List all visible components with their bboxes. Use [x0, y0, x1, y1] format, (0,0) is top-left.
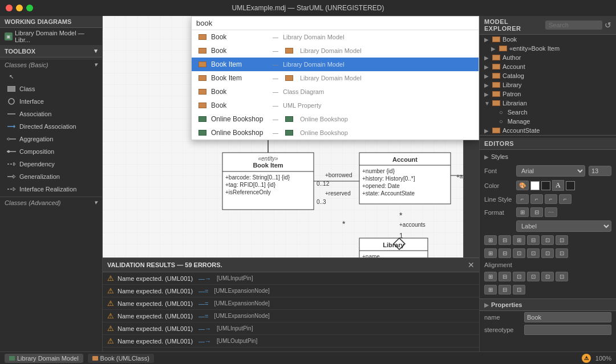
format-select[interactable]: Label	[516, 220, 611, 232]
warning-badge: ⚠	[582, 354, 591, 363]
traffic-lights	[6, 5, 33, 11]
tree-item-book[interactable]: ▶ Book	[480, 35, 616, 44]
align-btn-20[interactable]: ⊟	[499, 285, 511, 295]
styles-toggle[interactable]: ▶	[484, 154, 489, 160]
align-btn-18[interactable]: ⊡	[556, 272, 568, 281]
align-btn-9[interactable]: ⊡	[513, 248, 525, 258]
svg-text:+history: History[0..*]: +history: History[0..*]	[362, 175, 415, 182]
svg-marker-8	[7, 150, 10, 153]
align-btn-21[interactable]: ⊡	[513, 285, 525, 295]
align-btn-7[interactable]: ⊞	[484, 248, 497, 258]
tree-item-librarian[interactable]: ▼ Librarian	[480, 99, 616, 108]
line-style-straight[interactable]: ⌐	[516, 194, 529, 204]
align-btn-1[interactable]: ⊞	[484, 235, 497, 245]
status-tab-diagram[interactable]: Library Domain Model	[5, 354, 83, 363]
model-explorer-search-input[interactable]	[545, 21, 602, 30]
align-btn-4[interactable]: ⊟	[527, 235, 540, 245]
format-btn-2[interactable]: ⊟	[530, 207, 543, 217]
align-btn-8[interactable]: ⊟	[499, 248, 511, 258]
status-tab-element[interactable]: Book (UMLClass)	[88, 354, 154, 363]
toolbox-association[interactable]: Association	[0, 108, 102, 120]
search-result-online-1[interactable]: Online Bookshop — Online Bookshop	[192, 112, 479, 126]
search-result-bookitem-1[interactable]: Book Item — Library Domain Model	[192, 58, 479, 71]
me-refresh-btn[interactable]: ↺	[605, 21, 611, 30]
properties-toggle[interactable]: ▶	[484, 302, 489, 308]
align-btn-2[interactable]: ⊟	[499, 235, 511, 245]
tree-item-library[interactable]: ▶ Library	[480, 80, 616, 89]
tree-icon-account	[492, 64, 500, 69]
align-btn-10[interactable]: ⊡	[527, 248, 540, 258]
validation-item-5: ⚠ Name expected. (UML001) —→ [UMLOutputP…	[103, 335, 479, 347]
align-btn-19[interactable]: ⊞	[484, 285, 497, 295]
model-explorer-search: ↺	[545, 21, 611, 30]
toolbox-generalization[interactable]: Generalization	[0, 170, 102, 183]
format-btn-3[interactable]: ⋯	[545, 207, 557, 217]
toolbox-directed-association[interactable]: Directed Association	[0, 120, 102, 133]
format-btn-1[interactable]: ⊞	[516, 207, 529, 217]
search-result-bookitem-2[interactable]: Book Item — Library Domain Model	[192, 71, 479, 85]
toolbox-composition[interactable]: Composition	[0, 145, 102, 158]
tree-item-search[interactable]: ○ Search	[480, 108, 616, 117]
align-btn-16[interactable]: ⊡	[527, 272, 540, 281]
align-btn-17[interactable]: ⊡	[541, 272, 554, 281]
toolbox-interface[interactable]: Interface	[0, 95, 102, 108]
align-btn-3[interactable]: ⊞	[513, 235, 525, 245]
toolbox-aggregation[interactable]: Aggregation	[0, 133, 102, 145]
tree-item-manage[interactable]: ○ Manage	[480, 117, 616, 126]
diagram-item-library[interactable]: ▣ Library Domain Model — Libr...	[0, 28, 102, 45]
toolbox-cursor[interactable]: ↖	[0, 70, 102, 83]
search-result-book-2[interactable]: Book — Library Domain Model	[192, 44, 479, 58]
styles-row: ▶ Styles	[484, 152, 611, 161]
status-bar: Library Domain Model Book (UMLClass) ⚠ 1…	[0, 351, 616, 364]
tree-item-catalog[interactable]: ▶ Catalog	[480, 71, 616, 80]
search-result-book-classdiagram[interactable]: Book — Class Diagram	[192, 85, 479, 99]
font-color-swatch[interactable]	[566, 181, 575, 190]
font-color-a-btn[interactable]: A	[552, 180, 564, 191]
line-style-curved[interactable]: ⌐	[530, 194, 543, 204]
color-picker-btn[interactable]: 🎨	[516, 181, 529, 190]
model-explorer-header: MODEL EXPLORER ↺	[480, 16, 616, 35]
search-result-book-umlprop[interactable]: Book — UML Property	[192, 99, 479, 112]
fill-color-swatch[interactable]	[530, 181, 540, 190]
align-btn-11[interactable]: ⊡	[541, 248, 554, 258]
maximize-button[interactable]	[26, 5, 33, 11]
status-right: ⚠ 100%	[582, 354, 611, 363]
svg-text:+accounts: +accounts	[399, 222, 425, 228]
canvas[interactable]: Book +ISBN: String[0..1] {id} +title: St…	[103, 16, 479, 257]
toolbox-interface-realization[interactable]: Interface Realization	[0, 183, 102, 195]
align-btn-13[interactable]: ⊞	[484, 272, 497, 281]
search-result-book-1[interactable]: Book — Library Domain Model	[192, 30, 479, 44]
font-select[interactable]: Arial	[516, 165, 585, 177]
search-result-online-2[interactable]: Online Bookshop — Online Bookshop	[192, 126, 479, 140]
close-button[interactable]	[6, 5, 13, 11]
prop-name-input[interactable]	[524, 312, 611, 322]
toolbox-dependency[interactable]: Dependency	[0, 158, 102, 170]
svg-text:«entity»: «entity»	[258, 156, 278, 162]
font-size-input[interactable]	[589, 166, 611, 176]
minimize-button[interactable]	[16, 5, 23, 11]
warn-icon-5: ⚠	[107, 337, 114, 345]
toolbox-class[interactable]: Class	[0, 83, 102, 95]
working-diagrams-label: WORKING DIAGRAMS	[0, 16, 102, 28]
tree-item-account[interactable]: ▶ Account	[480, 62, 616, 71]
align-btn-12[interactable]: ⊡	[556, 248, 568, 258]
align-btn-5[interactable]: ⊡	[541, 235, 554, 245]
validation-close-btn[interactable]: ✕	[468, 260, 475, 269]
validation-list: ⚠ Name expected. (UML001) —→ [UMLInputPi…	[103, 272, 479, 347]
tree-item-bookitem[interactable]: ▶ «entity»Book Item	[480, 44, 616, 53]
tree-item-author[interactable]: ▶ Author	[480, 53, 616, 62]
search-input[interactable]	[196, 19, 474, 27]
svg-marker-6	[7, 138, 10, 140]
prop-stereotype-input[interactable]	[524, 325, 611, 335]
line-style-step[interactable]: ⌐	[545, 194, 557, 204]
align-btn-15[interactable]: ⊡	[513, 272, 525, 281]
align-btn-14[interactable]: ⊟	[499, 272, 511, 281]
tree-item-accountstate[interactable]: ▶ AccountState	[480, 126, 616, 135]
align-btn-6[interactable]: ⊡	[556, 235, 568, 245]
color-controls: 🎨 A	[516, 180, 575, 191]
validation-item-3: ⚠ Name expected. (UML001) —= [UMLExpansi…	[103, 310, 479, 322]
svg-marker-12	[13, 175, 15, 178]
line-style-tree[interactable]: ⌐	[559, 194, 572, 204]
tree-item-patron[interactable]: ▶ Patron	[480, 89, 616, 99]
line-color-swatch[interactable]	[541, 181, 550, 190]
